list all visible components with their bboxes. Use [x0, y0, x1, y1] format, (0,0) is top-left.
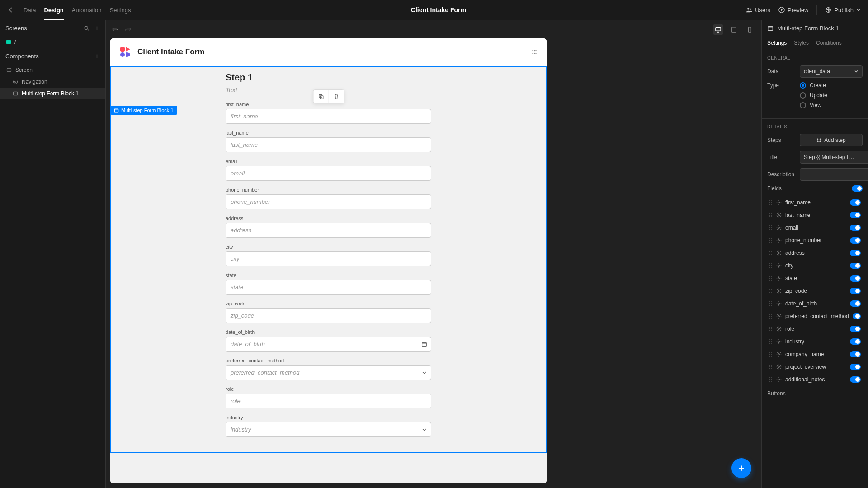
- description-input[interactable]: [800, 168, 868, 181]
- top-tab-design[interactable]: Design: [44, 0, 63, 20]
- redo-icon[interactable]: [124, 26, 131, 33]
- delete-icon[interactable]: [329, 90, 344, 103]
- field-list-item-zip_code[interactable]: zip_code: [767, 285, 863, 297]
- type-radio-view[interactable]: View: [800, 102, 863, 108]
- field-list-item-last_name[interactable]: last_name: [767, 209, 863, 221]
- form-field-state[interactable]: statestate: [226, 272, 431, 295]
- field-input[interactable]: phone_number: [226, 194, 431, 209]
- form-field-phone_number[interactable]: phone_numberphone_number: [226, 187, 431, 209]
- form-block[interactable]: Step 1 Text first_namefirst_namelast_nam…: [110, 66, 547, 453]
- title-input[interactable]: [800, 151, 868, 164]
- data-select[interactable]: client_data: [800, 65, 863, 78]
- calendar-icon[interactable]: [417, 337, 431, 352]
- field-list-item-project_overview[interactable]: project_overview: [767, 361, 863, 373]
- search-icon[interactable]: [84, 25, 90, 31]
- field-list-item-company_name[interactable]: company_name: [767, 348, 863, 361]
- form-field-address[interactable]: addressaddress: [226, 216, 431, 238]
- field-input[interactable]: industry: [226, 422, 431, 437]
- gear-icon[interactable]: [776, 364, 782, 370]
- field-toggle[interactable]: [850, 250, 861, 256]
- form-field-first_name[interactable]: first_namefirst_name: [226, 102, 431, 124]
- top-tab-automation[interactable]: Automation: [72, 0, 102, 20]
- gear-icon[interactable]: [776, 288, 782, 294]
- drag-icon[interactable]: [769, 377, 773, 382]
- top-tab-data[interactable]: Data: [24, 0, 36, 20]
- field-toggle[interactable]: [850, 364, 861, 370]
- field-toggle[interactable]: [850, 275, 861, 282]
- field-list-item-phone_number[interactable]: phone_number: [767, 234, 863, 247]
- gear-icon[interactable]: [776, 326, 782, 332]
- drag-icon[interactable]: [769, 301, 773, 306]
- back-arrow-icon[interactable]: [7, 6, 14, 14]
- field-input[interactable]: date_of_birth: [226, 337, 431, 352]
- rp-tab-settings[interactable]: Settings: [767, 36, 787, 50]
- form-field-last_name[interactable]: last_namelast_name: [226, 130, 431, 152]
- gear-icon[interactable]: [776, 276, 782, 281]
- field-input[interactable]: first_name: [226, 109, 431, 124]
- preview-button[interactable]: Preview: [778, 7, 808, 14]
- drag-handle-icon[interactable]: [531, 49, 538, 55]
- gear-icon[interactable]: [776, 314, 782, 319]
- field-toggle[interactable]: [850, 225, 861, 231]
- drag-icon[interactable]: [769, 238, 773, 243]
- form-field-role[interactable]: rolerole: [226, 386, 431, 408]
- add-step-button[interactable]: Add step: [800, 134, 863, 146]
- drag-icon[interactable]: [769, 326, 773, 332]
- chevron-down-icon[interactable]: [422, 427, 427, 432]
- field-list-item-address[interactable]: address: [767, 247, 863, 259]
- field-toggle[interactable]: [850, 300, 861, 307]
- drag-icon[interactable]: [769, 263, 773, 268]
- form-field-industry[interactable]: industryindustry: [226, 415, 431, 437]
- field-toggle[interactable]: [850, 199, 861, 206]
- field-input[interactable]: role: [226, 394, 431, 408]
- field-list-item-role[interactable]: role: [767, 323, 863, 335]
- field-list-item-additional_notes[interactable]: additional_notes: [767, 373, 863, 386]
- form-field-email[interactable]: emailemail: [226, 159, 431, 181]
- collapse-icon[interactable]: [858, 125, 863, 129]
- form-field-city[interactable]: citycity: [226, 244, 431, 266]
- field-input[interactable]: email: [226, 166, 431, 181]
- field-input[interactable]: state: [226, 280, 431, 295]
- type-radio-update[interactable]: Update: [800, 92, 863, 99]
- field-list-item-city[interactable]: city: [767, 259, 863, 272]
- tree-item-screen[interactable]: Screen: [0, 64, 105, 76]
- gear-icon[interactable]: [776, 377, 782, 382]
- form-field-zip_code[interactable]: zip_codezip_code: [226, 301, 431, 323]
- gear-icon[interactable]: [776, 339, 782, 344]
- add-component-icon[interactable]: [94, 53, 100, 59]
- field-list-item-preferred_contact_method[interactable]: preferred_contact_method: [767, 310, 863, 323]
- screen-root-item[interactable]: /: [0, 36, 105, 48]
- canvas-page[interactable]: Client Intake Form Multi-step Form Block…: [110, 38, 547, 483]
- field-list-item-industry[interactable]: industry: [767, 335, 863, 348]
- form-field-date_of_birth[interactable]: date_of_birthdate_of_birth: [226, 329, 431, 352]
- mobile-device-icon[interactable]: [745, 24, 755, 35]
- drag-icon[interactable]: [769, 276, 773, 281]
- gear-icon[interactable]: [776, 200, 782, 205]
- drag-icon[interactable]: [769, 352, 773, 357]
- gear-icon[interactable]: [776, 352, 782, 357]
- drag-icon[interactable]: [769, 339, 773, 344]
- drag-icon[interactable]: [769, 250, 773, 256]
- field-toggle[interactable]: [853, 313, 861, 319]
- field-toggle[interactable]: [850, 376, 861, 383]
- drag-icon[interactable]: [769, 200, 773, 205]
- field-input[interactable]: last_name: [226, 137, 431, 152]
- form-field-preferred_contact_method[interactable]: preferred_contact_methodpreferred_contac…: [226, 358, 431, 380]
- drag-icon[interactable]: [769, 225, 773, 230]
- field-list-item-state[interactable]: state: [767, 272, 863, 285]
- gear-icon[interactable]: [776, 263, 782, 268]
- tree-item-navigation[interactable]: Navigation: [0, 76, 105, 88]
- field-toggle[interactable]: [850, 326, 861, 332]
- tree-item-multi-step-form-block-1[interactable]: Multi-step Form Block 1: [0, 88, 105, 99]
- field-input[interactable]: address: [226, 223, 431, 238]
- block-chip[interactable]: Multi-step Form Block 1: [110, 106, 177, 115]
- undo-icon[interactable]: [112, 26, 119, 33]
- gear-icon[interactable]: [776, 225, 782, 230]
- field-input[interactable]: city: [226, 251, 431, 266]
- field-toggle[interactable]: [850, 288, 861, 294]
- drag-icon[interactable]: [769, 212, 773, 218]
- field-input[interactable]: preferred_contact_method: [226, 365, 431, 380]
- field-toggle[interactable]: [850, 237, 861, 244]
- gear-icon[interactable]: [776, 238, 782, 243]
- chevron-down-icon[interactable]: [422, 370, 427, 375]
